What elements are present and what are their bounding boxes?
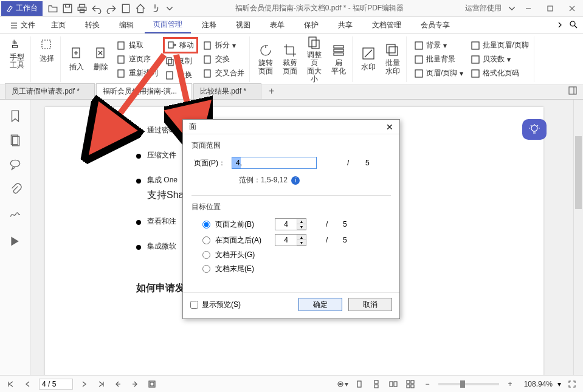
tab-home[interactable]: 主页 (43, 18, 74, 33)
batch-background-button[interactable]: 批量背景 (412, 53, 466, 66)
rotate-button[interactable]: 旋转 页面 (254, 42, 278, 76)
continuous-button[interactable] (370, 378, 382, 390)
tab-doc-manage[interactable]: 文档管理 (364, 18, 410, 33)
bookmark-panel-icon[interactable] (9, 109, 22, 123)
tab-convert[interactable]: 转换 (77, 18, 108, 33)
doc-end-radio[interactable] (202, 265, 210, 273)
open-icon[interactable] (47, 3, 58, 14)
tab-annotate[interactable]: 注释 (193, 18, 225, 33)
info-icon[interactable]: i (291, 176, 300, 185)
facing-button[interactable] (387, 378, 399, 390)
before-page-spinbox[interactable]: ▲▼ (275, 218, 306, 230)
tab-protect[interactable]: 保护 (295, 18, 327, 33)
before-spin-input[interactable] (275, 219, 297, 230)
tab-form[interactable]: 表单 (261, 18, 293, 33)
background-button[interactable]: 背景▾ (412, 39, 466, 52)
zoom-dropdown-icon[interactable]: ▾ (557, 380, 561, 388)
file-menu[interactable]: 文件 (5, 20, 40, 30)
tab-page-manage[interactable]: 页面管理 (145, 17, 191, 33)
after-spin-input[interactable] (275, 235, 297, 246)
fullscreen-button[interactable] (566, 378, 578, 390)
rearrange-button[interactable]: 重新排列 (114, 67, 160, 80)
doc-tab-2[interactable]: 比较结果.pdf * (193, 83, 261, 99)
maximize-button[interactable] (539, 0, 561, 17)
tab-member[interactable]: 会员专享 (412, 18, 458, 33)
nav-fwd-button[interactable] (129, 378, 141, 390)
print-icon[interactable] (77, 3, 88, 14)
help-bulb-button[interactable] (522, 119, 547, 140)
select-button[interactable]: 选择 (35, 36, 59, 65)
spin-up-icon-2[interactable]: ▲ (297, 235, 306, 240)
doc-tab-0[interactable]: 员工请假申请表.pdf * (5, 83, 95, 99)
page-number-input[interactable] (39, 379, 73, 390)
crop-button[interactable]: 裁剪 页面 (278, 42, 302, 76)
search-icon[interactable] (568, 19, 578, 31)
new-tab-button[interactable]: + (263, 83, 280, 99)
home-icon[interactable] (135, 3, 146, 14)
scrollbar-thumb[interactable] (575, 136, 582, 209)
user-dropdown-icon[interactable] (506, 3, 517, 14)
spin-up-icon[interactable]: ▲ (297, 219, 306, 224)
before-page-radio[interactable] (202, 221, 210, 229)
more-icon[interactable] (556, 21, 564, 30)
redo-icon[interactable] (106, 3, 117, 14)
new-icon[interactable] (120, 3, 131, 14)
merge-button[interactable]: 交叉合并 (201, 67, 247, 80)
minimize-button[interactable] (517, 0, 539, 17)
reflow-button[interactable] (146, 378, 158, 390)
zoom-in-button[interactable]: + (504, 378, 516, 390)
zoom-out-button[interactable]: − (421, 378, 433, 390)
doc-start-radio[interactable] (202, 251, 210, 259)
tab-view[interactable]: 视图 (227, 18, 259, 33)
hand-tool-button[interactable]: 手型 工具 (5, 36, 29, 70)
flatten-button[interactable]: 扁 平化 (326, 42, 351, 76)
dialog-close-button[interactable]: ✕ (384, 122, 396, 132)
after-page-spinbox[interactable]: ▲▼ (275, 234, 306, 246)
last-page-button[interactable] (95, 378, 107, 390)
panel-toggle-icon[interactable] (562, 84, 583, 99)
save-icon[interactable] (62, 3, 73, 14)
extract-button[interactable]: 提取 (114, 39, 160, 52)
read-mode-button[interactable]: ▾ (336, 378, 348, 390)
ok-button[interactable]: 确定 (298, 298, 342, 311)
batch-hf-button[interactable]: 批量页眉/页脚 (468, 39, 531, 52)
close-button[interactable] (561, 0, 583, 17)
page-range-input[interactable] (232, 157, 317, 169)
delete-button[interactable]: 删除 (89, 45, 113, 74)
tab-edit[interactable]: 编辑 (111, 18, 142, 33)
zoom-thumb[interactable] (460, 380, 465, 388)
workspace-button[interactable]: 工作台 (1, 1, 43, 16)
reverse-button[interactable]: 逆页序 (114, 53, 160, 66)
split-button[interactable]: 拆分▾ (201, 39, 247, 52)
copy-button[interactable]: 复制 (163, 55, 198, 67)
close-tab-icon[interactable]: × (184, 86, 188, 95)
cancel-button[interactable]: 取消 (348, 298, 392, 311)
resize-button[interactable]: 调整页 面大小 (302, 34, 326, 84)
format-page-button[interactable]: 格式化页码 (468, 67, 531, 80)
pages-panel-icon[interactable] (9, 134, 22, 147)
spin-down-icon[interactable]: ▼ (297, 224, 306, 230)
preview-checkbox-row[interactable]: 显示预览(S) (190, 300, 241, 310)
vertical-scrollbar[interactable] (573, 100, 583, 375)
prev-page-button[interactable] (22, 378, 34, 390)
facing-continuous-button[interactable] (404, 378, 416, 390)
move-button[interactable]: 移动 (163, 37, 198, 53)
spin-down-icon-2[interactable]: ▼ (297, 240, 306, 246)
header-footer-button[interactable]: 页眉/页脚▾ (412, 67, 466, 80)
dialog-titlebar[interactable]: 面 ✕ (183, 120, 399, 134)
swap-button[interactable]: 交换 (201, 53, 247, 66)
touch-icon[interactable] (150, 3, 160, 14)
nav-back-button[interactable] (112, 378, 124, 390)
dropdown-icon[interactable] (164, 3, 175, 14)
preview-checkbox[interactable] (190, 301, 198, 309)
zoom-slider[interactable] (438, 383, 499, 385)
insert-button[interactable]: 插入 (64, 45, 89, 74)
undo-icon[interactable] (91, 3, 102, 14)
doc-tab-1[interactable]: 福昕会员使用指南-演...× (96, 83, 192, 99)
tab-share[interactable]: 共享 (329, 18, 361, 33)
single-page-button[interactable] (353, 378, 365, 390)
signature-panel-icon[interactable] (9, 207, 22, 220)
batch-watermark-button[interactable]: 批量 水印 (381, 42, 405, 76)
next-page-button[interactable] (78, 378, 90, 390)
expand-panel-icon[interactable] (9, 235, 22, 248)
